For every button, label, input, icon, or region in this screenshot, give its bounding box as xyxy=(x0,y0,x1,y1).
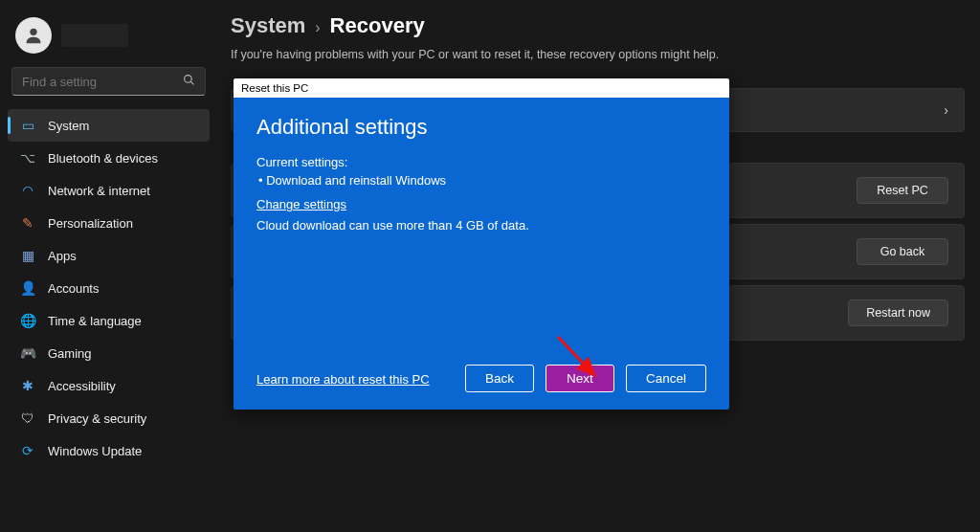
nav-label: System xyxy=(48,119,89,133)
nav-item-gaming[interactable]: 🎮 Gaming xyxy=(8,337,210,369)
back-button[interactable]: Back xyxy=(465,365,534,392)
current-setting-item: Download and reinstall Windows xyxy=(258,173,706,188)
nav-item-network[interactable]: ◠ Network & internet xyxy=(8,174,210,207)
page-subhead: If you're having problems with your PC o… xyxy=(231,48,965,61)
wifi-icon: ◠ xyxy=(19,182,36,199)
breadcrumb-parent[interactable]: System xyxy=(231,13,305,38)
cloud-download-note: Cloud download can use more than 4 GB of… xyxy=(256,218,706,233)
search-box[interactable] xyxy=(11,67,206,96)
bluetooth-icon: ⌥ xyxy=(19,149,36,166)
profile-name-redacted xyxy=(61,24,128,47)
dialog-titlebar: Reset this PC xyxy=(234,78,729,98)
profile-block[interactable] xyxy=(8,11,210,67)
nav-item-update[interactable]: ⟳ Windows Update xyxy=(8,434,210,467)
apps-icon: ▦ xyxy=(19,247,36,264)
accessibility-icon: ✱ xyxy=(19,377,36,394)
nav-label: Privacy & security xyxy=(48,411,146,426)
nav-item-personalization[interactable]: ✎ Personalization xyxy=(8,207,210,239)
display-icon: ▭ xyxy=(19,117,36,134)
next-button[interactable]: Next xyxy=(546,365,614,392)
settings-sidebar: ▭ System ⌥ Bluetooth & devices ◠ Network… xyxy=(0,0,215,532)
dialog-button-row: Back Next Cancel xyxy=(465,365,706,392)
nav-label: Time & language xyxy=(48,314,142,328)
nav-label: Windows Update xyxy=(48,444,142,458)
chevron-right-icon: › xyxy=(315,19,320,36)
nav-item-bluetooth[interactable]: ⌥ Bluetooth & devices xyxy=(8,142,210,174)
shield-icon: 🛡 xyxy=(19,410,36,427)
search-icon xyxy=(183,74,195,89)
update-icon: ⟳ xyxy=(19,442,36,459)
svg-line-2 xyxy=(190,81,193,84)
nav-item-privacy[interactable]: 🛡 Privacy & security xyxy=(8,402,210,434)
svg-point-0 xyxy=(30,29,36,35)
nav-label: Personalization xyxy=(48,216,133,231)
brush-icon: ✎ xyxy=(19,214,36,232)
nav-label: Gaming xyxy=(48,346,92,361)
nav-label: Accounts xyxy=(48,281,99,296)
chevron-right-icon: › xyxy=(944,102,948,118)
nav-item-accessibility[interactable]: ✱ Accessibility xyxy=(8,369,210,402)
cancel-button[interactable]: Cancel xyxy=(626,365,706,392)
globe-icon: 🌐 xyxy=(19,312,36,329)
nav-label: Network & internet xyxy=(48,184,150,198)
current-settings-label: Current settings: xyxy=(256,155,706,169)
user-icon xyxy=(23,25,44,46)
learn-more-link[interactable]: Learn more about reset this PC xyxy=(256,372,430,387)
reset-pc-dialog: Reset this PC Additional settings Curren… xyxy=(234,78,729,410)
avatar xyxy=(15,17,52,54)
reset-pc-button[interactable]: Reset PC xyxy=(857,177,948,204)
nav-item-time[interactable]: 🌐 Time & language xyxy=(8,304,210,337)
dialog-body: Additional settings Current settings: Do… xyxy=(234,98,729,410)
nav-label: Accessibility xyxy=(48,379,116,393)
nav-list: ▭ System ⌥ Bluetooth & devices ◠ Network… xyxy=(8,109,210,467)
nav-item-apps[interactable]: ▦ Apps xyxy=(8,239,210,272)
breadcrumb-page: Recovery xyxy=(330,13,425,38)
nav-item-accounts[interactable]: 👤 Accounts xyxy=(8,272,210,304)
current-settings-list: Download and reinstall Windows xyxy=(256,173,706,188)
nav-item-system[interactable]: ▭ System xyxy=(8,109,210,142)
dialog-heading: Additional settings xyxy=(256,115,706,140)
change-settings-link[interactable]: Change settings xyxy=(256,197,346,211)
svg-point-1 xyxy=(185,76,192,83)
person-icon: 👤 xyxy=(19,279,36,297)
restart-now-button[interactable]: Restart now xyxy=(848,299,948,326)
nav-label: Bluetooth & devices xyxy=(48,151,158,166)
go-back-button[interactable]: Go back xyxy=(857,238,948,265)
gamepad-icon: 🎮 xyxy=(19,344,36,362)
breadcrumb: System › Recovery xyxy=(231,13,965,38)
nav-label: Apps xyxy=(48,249,77,263)
search-input[interactable] xyxy=(22,75,183,89)
